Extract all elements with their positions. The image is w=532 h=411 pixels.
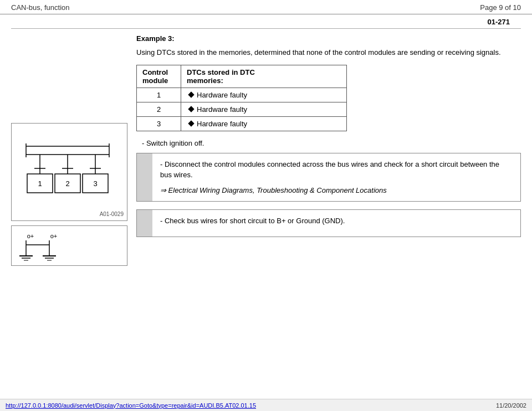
table-row: 2 Hardware faulty xyxy=(137,102,347,116)
diagram-label: A01-0029 xyxy=(15,211,124,217)
bus-diagram-svg: 1 2 3 xyxy=(15,127,119,210)
section-number: 01-271 xyxy=(11,14,521,29)
module-num-2: 2 xyxy=(137,102,181,116)
svg-text:3: 3 xyxy=(93,179,97,188)
svg-text:o+: o+ xyxy=(50,233,58,239)
disconnect-instruction: - Disconnect the control modules connect… xyxy=(160,159,513,181)
footer-date: 11/20/2002 xyxy=(496,402,526,409)
module-num-3: 3 xyxy=(137,116,181,131)
page-header: CAN-bus, function Page 9 of 10 xyxy=(0,0,532,14)
table-header-dtcs: DTCs stored in DTCmemories: xyxy=(181,65,347,88)
wiring-diagram-svg: o+ o+ xyxy=(14,228,118,261)
left-column: 1 2 3 A01-0029 xyxy=(11,34,127,266)
callout-content-1: - Disconnect the control modules connect… xyxy=(152,153,520,202)
right-column: Example 3: Using DTCs stored in the memo… xyxy=(136,34,521,266)
example-title: Example 3: xyxy=(136,34,521,43)
dtc-table: Controlmodule DTCs stored in DTCmemories… xyxy=(136,65,347,131)
table-header-module: Controlmodule xyxy=(137,65,181,88)
svg-text:1: 1 xyxy=(38,179,42,188)
footer-url[interactable]: http://127.0.0.1:8080/audi/servlet/Displ… xyxy=(6,402,256,409)
switch-ignition-note: - Switch ignition off. xyxy=(136,139,521,147)
svg-text:2: 2 xyxy=(65,179,69,188)
diagrams-area: 1 2 3 A01-0029 xyxy=(11,34,127,266)
dtc-val-1: Hardware faulty xyxy=(181,88,347,102)
diamond-icon-3 xyxy=(188,120,194,126)
bottom-bar: http://127.0.0.1:8080/audi/servlet/Displ… xyxy=(0,399,532,411)
svg-text:o+: o+ xyxy=(27,233,34,239)
callout-content-2: - Check bus wires for short circuit to B… xyxy=(152,210,352,237)
wiring-diagram-ref: ⇒ Electrical Wiring Diagrams, Troublesho… xyxy=(160,185,513,196)
callout-box-1: - Disconnect the control modules connect… xyxy=(136,153,521,202)
table-row: 1 Hardware faulty xyxy=(137,88,347,102)
wiring-diagram-box: o+ o+ xyxy=(11,225,127,266)
callout-bar-2 xyxy=(137,210,152,237)
document-title: CAN-bus, function xyxy=(11,3,70,12)
example-description: Using DTCs stored in the memories, deter… xyxy=(136,47,521,58)
main-content: 1 2 3 A01-0029 xyxy=(0,29,532,271)
module-num-1: 1 xyxy=(137,88,181,102)
diamond-icon-1 xyxy=(188,91,194,97)
dtc-val-2: Hardware faulty xyxy=(181,102,347,116)
bus-diagram-box: 1 2 3 A01-0029 xyxy=(11,123,127,221)
dtc-val-3: Hardware faulty xyxy=(181,116,347,131)
check-bus-wires-instruction: - Check bus wires for short circuit to B… xyxy=(160,215,345,227)
callout-box-2: - Check bus wires for short circuit to B… xyxy=(136,209,521,237)
callout-bar-1 xyxy=(137,153,152,202)
page-number: Page 9 of 10 xyxy=(480,3,521,12)
table-row: 3 Hardware faulty xyxy=(137,116,347,131)
diamond-icon-2 xyxy=(188,106,194,112)
